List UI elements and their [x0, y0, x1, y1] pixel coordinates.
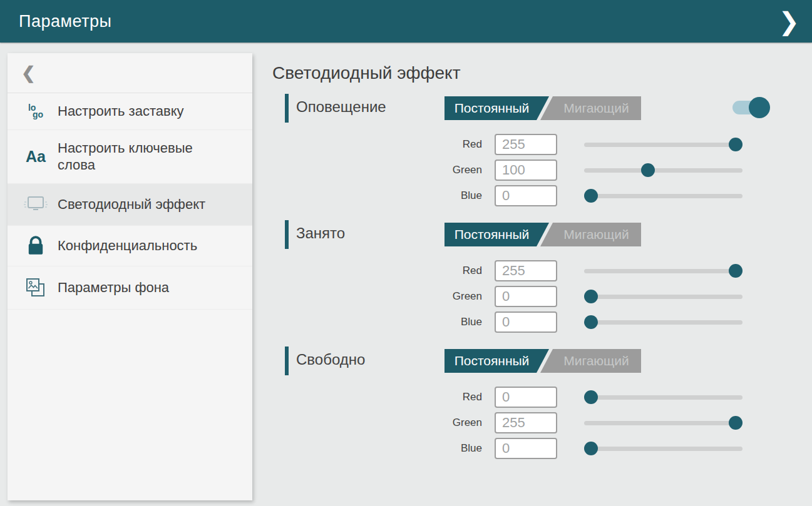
red-slider[interactable]	[584, 260, 743, 281]
slider-thumb[interactable]	[584, 189, 598, 203]
lock-icon	[18, 236, 54, 256]
slider-track	[584, 421, 743, 425]
sidebar-item-label: Настроить ключевые слова	[58, 140, 208, 173]
slider-thumb[interactable]	[584, 442, 598, 455]
rgb-controls: Red Green Blue	[438, 134, 743, 211]
sidebar-item-privacy[interactable]: Конфиденциальность	[8, 226, 252, 266]
blue-row: Blue	[438, 311, 743, 333]
led-section-busy: Занято Постоянный Мигающий Red Green Blu…	[272, 219, 812, 344]
monitor-icon	[18, 194, 54, 215]
slider-track	[584, 447, 743, 451]
blue-label: Blue	[438, 190, 495, 202]
mode-constant-button[interactable]: Постоянный	[445, 223, 549, 246]
green-slider[interactable]	[584, 286, 743, 307]
blue-label: Blue	[438, 316, 495, 328]
red-label: Red	[438, 391, 495, 403]
sidebar-item-label: Настроить заставку	[58, 103, 184, 119]
green-label: Green	[438, 417, 495, 429]
section-accent-bar	[285, 94, 289, 123]
slider-track	[584, 395, 743, 400]
blue-value-input[interactable]	[495, 185, 557, 206]
blue-label: Blue	[438, 442, 495, 455]
mode-toggle: Постоянный Мигающий	[445, 349, 641, 373]
slider-track	[584, 143, 743, 147]
sidebar-item-led-effect[interactable]: Светодиодный эффект	[8, 184, 252, 226]
mode-constant-button[interactable]: Постоянный	[445, 96, 549, 120]
green-value-input[interactable]	[495, 286, 557, 307]
rgb-controls: Red Green Blue	[438, 387, 743, 463]
slider-thumb[interactable]	[729, 416, 743, 430]
mode-toggle: Постоянный Мигающий	[445, 223, 641, 246]
green-row: Green	[438, 412, 743, 433]
green-label: Green	[438, 290, 495, 303]
sidebar: ❮ logo Настроить заставку Aa Настроить к…	[8, 53, 252, 500]
blue-slider[interactable]	[584, 311, 743, 333]
slider-thumb[interactable]	[729, 264, 743, 278]
sidebar-item-label: Конфиденциальность	[58, 238, 197, 254]
led-section-notification: Оповещение Постоянный Мигающий Red Green…	[272, 93, 812, 218]
mode-blinking-button[interactable]: Мигающий	[540, 96, 641, 120]
red-slider[interactable]	[584, 387, 743, 408]
green-slider[interactable]	[584, 159, 743, 181]
section-enable-switch[interactable]	[732, 97, 768, 118]
green-row: Green	[438, 286, 743, 307]
green-value-input[interactable]	[495, 412, 557, 433]
red-value-input[interactable]	[495, 134, 557, 155]
section-title: Свободно	[296, 351, 365, 368]
slider-thumb[interactable]	[729, 138, 743, 151]
slider-thumb[interactable]	[584, 390, 598, 404]
green-slider[interactable]	[584, 412, 743, 433]
section-accent-bar	[285, 220, 289, 249]
red-slider[interactable]	[584, 134, 743, 155]
blue-value-input[interactable]	[495, 438, 557, 459]
section-title: Оповещение	[296, 98, 386, 116]
sidebar-item-screensaver[interactable]: logo Настроить заставку	[8, 93, 252, 130]
green-row: Green	[438, 159, 743, 181]
slider-track	[584, 168, 743, 173]
chevron-right-icon[interactable]: ❯	[774, 9, 803, 34]
green-value-input[interactable]	[495, 159, 557, 181]
mode-toggle: Постоянный Мигающий	[445, 96, 641, 120]
blue-row: Blue	[438, 185, 743, 206]
content-title: Светодиодный эффект	[272, 63, 461, 83]
red-row: Red	[438, 134, 743, 155]
text-aa-icon: Aa	[18, 148, 54, 166]
blue-slider[interactable]	[584, 185, 743, 206]
red-label: Red	[438, 265, 495, 277]
slider-track	[584, 320, 743, 325]
app-header: Параметры ❯	[0, 0, 812, 43]
rgb-controls: Red Green Blue	[438, 260, 743, 337]
slider-track	[584, 295, 743, 299]
sidebar-item-keywords[interactable]: Aa Настроить ключевые слова	[8, 130, 252, 184]
red-label: Red	[438, 138, 495, 151]
blue-slider[interactable]	[584, 438, 743, 459]
red-value-input[interactable]	[495, 260, 557, 281]
back-button[interactable]: ❮	[8, 53, 252, 93]
red-value-input[interactable]	[495, 387, 557, 408]
blue-value-input[interactable]	[495, 311, 557, 333]
slider-track	[584, 269, 743, 273]
chevron-left-icon: ❮	[21, 63, 36, 83]
section-title: Занято	[296, 225, 345, 242]
slider-track	[584, 194, 743, 198]
led-section-free: Свободно Постоянный Мигающий Red Green B…	[272, 345, 812, 470]
section-accent-bar	[285, 347, 289, 375]
sidebar-item-background[interactable]: Параметры фона	[8, 266, 252, 310]
mode-blinking-button[interactable]: Мигающий	[540, 349, 641, 373]
sidebar-item-label: Светодиодный эффект	[58, 196, 205, 213]
slider-thumb[interactable]	[641, 163, 655, 177]
page-title: Параметры	[19, 12, 111, 31]
images-icon	[18, 276, 54, 299]
red-row: Red	[438, 260, 743, 281]
mode-blinking-button[interactable]: Мигающий	[540, 223, 641, 246]
sidebar-item-label: Параметры фона	[58, 280, 169, 296]
slider-thumb[interactable]	[584, 290, 598, 303]
green-label: Green	[438, 164, 495, 176]
switch-knob	[749, 97, 770, 118]
mode-constant-button[interactable]: Постоянный	[445, 349, 549, 373]
blue-row: Blue	[438, 438, 743, 459]
red-row: Red	[438, 387, 743, 408]
logo-icon: logo	[18, 104, 54, 118]
slider-thumb[interactable]	[584, 315, 598, 329]
